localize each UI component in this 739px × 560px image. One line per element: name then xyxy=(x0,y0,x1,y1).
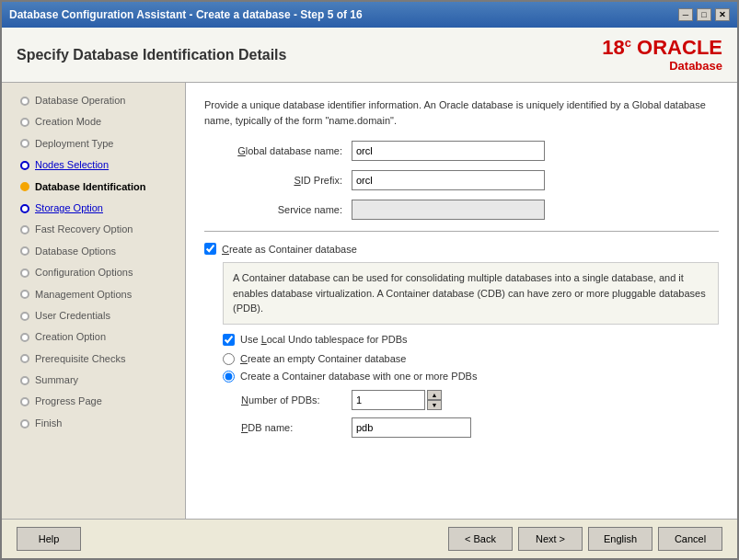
sidebar-dot-nodes-selection xyxy=(20,161,29,170)
local-undo-label: Use Local Undo tablespace for PDBs xyxy=(240,334,408,345)
service-name-label: Service name: xyxy=(204,204,352,215)
sidebar-dot-creation-option xyxy=(20,333,29,342)
oracle-logo: 18c ORACLE Database xyxy=(602,37,722,72)
sidebar-item-summary[interactable]: Summary xyxy=(2,370,185,391)
global-db-name-input[interactable] xyxy=(352,141,545,161)
pdb-number-input[interactable] xyxy=(352,390,425,410)
window-title: Database Configuration Assistant - Creat… xyxy=(9,8,363,21)
sidebar-dot-progress-page xyxy=(20,397,29,406)
radio-container-with-pdbs-row: Create a Container database with one or … xyxy=(223,371,719,383)
oracle-version-text: 18c ORACLE xyxy=(602,37,722,58)
spin-down-button[interactable]: ▼ xyxy=(427,400,442,410)
sid-prefix-input[interactable] xyxy=(352,170,545,190)
sidebar-item-database-options[interactable]: Database Options xyxy=(2,241,185,262)
container-info-box: A Container database can be used for con… xyxy=(223,262,719,325)
sidebar-dot-prerequisite-checks xyxy=(20,354,29,363)
spin-up-button[interactable]: ▲ xyxy=(427,390,442,400)
radio-empty-container[interactable] xyxy=(223,353,235,365)
sidebar-item-storage-option[interactable]: Storage Option xyxy=(2,198,185,219)
pdb-form: Number of PDBs: ▲ ▼ PDB name: xyxy=(241,390,719,438)
radio-container-with-pdbs-label: Create a Container database with one or … xyxy=(240,371,477,382)
sidebar-dot-database-identification xyxy=(20,182,29,191)
main-content: Provide a unique database identifier inf… xyxy=(186,83,737,519)
spinner-controls: ▲ ▼ xyxy=(427,390,442,410)
sidebar-item-deployment-type[interactable]: Deployment Type xyxy=(2,133,185,154)
sidebar-dot-deployment-type xyxy=(20,139,29,148)
radio-container-with-pdbs[interactable] xyxy=(223,371,235,383)
next-button[interactable]: Next > xyxy=(518,527,583,551)
sidebar: Database Operation Creation Mode Deploym… xyxy=(2,83,186,519)
container-db-checkbox[interactable] xyxy=(204,243,216,255)
oracle-brand: ORACLE xyxy=(637,37,722,60)
sidebar-dot-configuration-options xyxy=(20,269,29,278)
page-title: Specify Database Identification Details xyxy=(17,47,286,63)
radio-empty-container-label: Create an empty Container database xyxy=(240,353,406,364)
pdb-name-row: PDB name: xyxy=(241,417,719,438)
english-button[interactable]: English xyxy=(588,527,652,551)
global-db-name-label: Global database name: xyxy=(204,145,352,156)
header: Specify Database Identification Details … xyxy=(2,28,737,83)
pdb-number-spinner: ▲ ▼ xyxy=(352,390,442,410)
global-db-name-row: Global database name: xyxy=(204,141,719,161)
title-bar: Database Configuration Assistant - Creat… xyxy=(2,2,737,28)
sidebar-item-database-operation[interactable]: Database Operation xyxy=(2,90,185,111)
footer: Help < Back Next > English Cancel xyxy=(2,519,737,558)
container-db-label: Create as Container database xyxy=(222,244,357,255)
sidebar-dot-fast-recovery-option xyxy=(20,225,29,234)
pdb-number-row: Number of PDBs: ▲ ▼ xyxy=(241,390,719,410)
service-name-input[interactable] xyxy=(352,200,545,220)
sidebar-item-configuration-options[interactable]: Configuration Options xyxy=(2,262,185,283)
oracle-product: Database xyxy=(669,59,722,73)
navigation-buttons: < Back Next > English Cancel xyxy=(448,527,722,551)
pdb-name-label: PDB name: xyxy=(241,422,352,433)
sidebar-dot-creation-mode xyxy=(20,118,29,127)
sidebar-dot-summary xyxy=(20,376,29,385)
sidebar-item-creation-mode[interactable]: Creation Mode xyxy=(2,111,185,132)
sidebar-item-creation-option[interactable]: Creation Option xyxy=(2,326,185,348)
sidebar-item-prerequisite-checks[interactable]: Prerequisite Checks xyxy=(2,349,185,370)
sidebar-dot-finish xyxy=(20,419,29,429)
sidebar-item-management-options[interactable]: Management Options xyxy=(2,284,185,305)
sidebar-dot-storage-option xyxy=(20,204,29,213)
local-undo-checkbox[interactable] xyxy=(223,334,235,346)
maximize-button[interactable]: □ xyxy=(697,8,711,21)
radio-empty-container-row: Create an empty Container database xyxy=(223,353,719,365)
sidebar-dot-user-credentials xyxy=(20,312,29,321)
sidebar-item-user-credentials[interactable]: User Credentials xyxy=(2,305,185,326)
sidebar-item-progress-page[interactable]: Progress Page xyxy=(2,391,185,412)
sidebar-dot-database-operation xyxy=(20,97,29,106)
sid-prefix-row: SID Prefix: xyxy=(204,170,719,190)
main-window: Database Configuration Assistant - Creat… xyxy=(0,0,739,560)
page-description: Provide a unique database identifier inf… xyxy=(204,97,719,128)
sidebar-dot-management-options xyxy=(20,290,29,299)
sidebar-item-database-identification[interactable]: Database Identification xyxy=(2,177,185,198)
form-divider xyxy=(204,231,719,232)
sidebar-dot-database-options xyxy=(20,246,29,256)
sidebar-item-nodes-selection[interactable]: Nodes Selection xyxy=(2,154,185,176)
cancel-button[interactable]: Cancel xyxy=(658,527,722,551)
radio-group-container: Create an empty Container database Creat… xyxy=(223,353,719,383)
back-button[interactable]: < Back xyxy=(448,527,513,551)
sidebar-item-finish[interactable]: Finish xyxy=(2,413,185,434)
help-button[interactable]: Help xyxy=(17,527,81,551)
minimize-button[interactable]: ─ xyxy=(678,8,693,21)
sid-prefix-label: SID Prefix: xyxy=(204,175,352,186)
pdb-name-input[interactable] xyxy=(352,417,471,438)
content-area: Database Operation Creation Mode Deploym… xyxy=(2,83,737,519)
close-button[interactable]: ✕ xyxy=(715,8,730,21)
local-undo-row: Use Local Undo tablespace for PDBs xyxy=(223,334,719,346)
oracle-version-number: 18 xyxy=(602,37,624,60)
window-controls: ─ □ ✕ xyxy=(678,8,730,21)
sidebar-item-fast-recovery-option[interactable]: Fast Recovery Option xyxy=(2,219,185,240)
container-db-row: Create as Container database xyxy=(204,243,719,255)
pdb-number-label: Number of PDBs: xyxy=(241,394,352,406)
service-name-row: Service name: xyxy=(204,200,719,220)
